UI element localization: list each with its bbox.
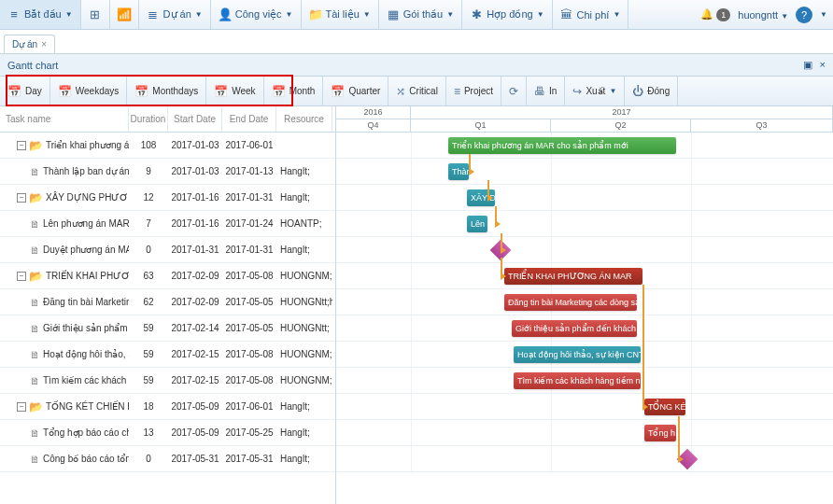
gantt-row: Hoạt động hôi thảo, sự kiện CNTT	[336, 342, 833, 368]
collapse-icon[interactable]: −	[17, 193, 26, 203]
document-tabs: Dự án×	[0, 30, 833, 54]
gantt-row: Giới thiệu sản phẩm đến khách hà	[336, 315, 833, 342]
table-row[interactable]: 🗎Tổng hợp báo cáo chiến dịch132017-05-09…	[0, 420, 335, 446]
doc-icon: 🗎	[30, 166, 40, 177]
gantt-bar[interactable]: Đăng tin bài Marketing các dòng sản	[504, 294, 637, 311]
table-row[interactable]: 🗎Hoạt động hôi thảo, sự kiện CNTT592017-…	[0, 342, 335, 368]
nav-item[interactable]: 📶	[110, 0, 139, 29]
start-menu[interactable]: ≡Bắt đầu▼	[0, 0, 81, 29]
doc-icon: 🗎	[30, 245, 40, 256]
table-row[interactable]: 🗎Công bố báo cáo tổng kết02017-05-312017…	[0, 446, 335, 472]
task-grid: Task name Duration Start Date End Date R…	[0, 106, 336, 504]
col-enddate: End Date	[222, 106, 276, 132]
close-icon[interactable]: ×	[41, 39, 47, 49]
nav-item[interactable]: ⊞	[81, 0, 110, 29]
table-row[interactable]: −📂TỔNG KÉT CHIẾN DỊCH182017-05-092017-06…	[0, 394, 335, 420]
table-row[interactable]: −📂XÂY DỰNG PHƯƠNG ÁN122017-01-162017-01-…	[0, 185, 335, 211]
toolbar-day[interactable]: 📅Day	[0, 77, 50, 105]
folder-icon: 📂	[29, 270, 43, 283]
gantt-bar[interactable]: Giới thiệu sản phẩm đến khách hà	[512, 320, 637, 337]
gantt-bar[interactable]: Tìm kiếm các khách hàng tiềm năn	[514, 372, 641, 389]
doc-icon: 🗎	[30, 375, 40, 386]
toolbar-in[interactable]: 🖶In	[527, 77, 565, 105]
nav-item[interactable]: 👤Công việc▼	[211, 0, 302, 29]
collapse-icon[interactable]: ▣	[803, 59, 812, 71]
quarter-header: Q1	[411, 119, 551, 132]
nav-item[interactable]: 📁Tài liệu▼	[302, 0, 379, 29]
gantt-bar[interactable]: Triển khai phương án MAR cho sản phẩm mớ…	[448, 137, 676, 154]
folder-icon: 📂	[29, 400, 43, 413]
notif-badge: 1	[716, 8, 730, 21]
gantt-bar[interactable]: Lên	[467, 216, 487, 232]
toolbar-icon: ⤮	[396, 85, 405, 98]
toolbar-critical[interactable]: ⤮Critical	[388, 77, 446, 105]
doc-icon: 🗎	[30, 349, 40, 360]
close-icon[interactable]: ×	[820, 59, 826, 71]
collapse-icon[interactable]: −	[17, 141, 26, 150]
year-header: 2016	[336, 106, 411, 119]
gantt-row: Triển khai phương án MAR cho sản phẩm mớ…	[336, 133, 833, 159]
notification-bell[interactable]: 🔔1	[700, 8, 730, 21]
nav-icon: ✱	[470, 8, 483, 21]
nav-item[interactable]: ▦Gói thầu▼	[379, 0, 462, 29]
gantt-toolbar: 📅Day📅Weekdays📅Monthdays📅Week📅Month📅Quart…	[0, 77, 833, 106]
table-row[interactable]: −📂Triển khai phương án MAR cho sản phẩm …	[0, 133, 335, 159]
doc-icon: 🗎	[30, 454, 40, 465]
toolbar-project[interactable]: ≡Project	[446, 77, 501, 105]
collapse-icon[interactable]: −	[17, 402, 26, 412]
table-row[interactable]: −📂TRIỂN KHAI PHƯƠNG ÁN632017-02-092017-0…	[0, 263, 335, 289]
col-startdate: Start Date	[168, 106, 222, 132]
caret-down-icon: ▼	[65, 10, 73, 19]
toolbar-icon: ↪	[572, 85, 582, 98]
table-row[interactable]: 🗎Giới thiệu sản phẩm đến khách hàng59201…	[0, 315, 335, 342]
table-row[interactable]: 🗎Thành lập ban dự án92017-01-032017-01-1…	[0, 159, 335, 185]
user-menu[interactable]: huongntt ▼	[738, 9, 788, 21]
gantt-row: Thành	[336, 159, 833, 185]
gantt-bar[interactable]: Thành	[448, 163, 469, 180]
gantt-chart[interactable]: 20162017 Q4Q1Q2Q3 Triển khai phương án M…	[336, 106, 833, 504]
help-button[interactable]: ?	[796, 7, 812, 23]
doc-icon: 🗎	[30, 427, 40, 439]
table-row[interactable]: 🗎Lên phương án MAR72017-01-162017-01-24H…	[0, 211, 335, 237]
toolbar-icon: 📅	[214, 85, 228, 98]
gantt-row: TỔNG KÉ	[336, 394, 833, 420]
collapse-icon[interactable]: −	[17, 272, 26, 281]
doc-icon: 🗎	[30, 323, 40, 334]
gantt-row: Tìm kiếm các khách hàng tiềm năn	[336, 368, 833, 394]
toolbar-icon: 📅	[7, 85, 21, 98]
gantt-row: TRIỂN KHAI PHƯƠNG ÁN MAR	[336, 263, 833, 289]
nav-icon: 👤	[219, 8, 232, 21]
col-resource: Resource	[276, 106, 332, 132]
gantt-bar[interactable]: TỔNG KÉ	[644, 399, 685, 415]
nav-item[interactable]: 🏛Chi phí▼	[553, 0, 629, 29]
toolbar-week[interactable]: 📅Week	[206, 77, 263, 105]
bell-icon: 🔔	[700, 8, 713, 21]
nav-icon: 🏛	[560, 8, 573, 21]
col-duration: Duration	[129, 106, 168, 132]
gantt-row	[336, 237, 833, 263]
toolbar-monthdays[interactable]: 📅Monthdays	[127, 77, 206, 105]
year-header: 2017	[411, 106, 833, 119]
gantt-bar[interactable]: Tổng h	[644, 425, 676, 441]
toolbar-month[interactable]: 📅Month	[264, 77, 324, 105]
gantt-bar[interactable]: TRIỂN KHAI PHƯƠNG ÁN MAR	[504, 268, 642, 285]
gantt-row: XÂY D	[336, 185, 833, 211]
doc-icon: 🗎	[30, 297, 40, 308]
table-row[interactable]: 🗎Đăng tin bài Marketing các dòng sản phẩ…	[0, 289, 335, 315]
toolbar-icon: 📅	[58, 85, 72, 98]
quarter-header: Q2	[551, 119, 691, 132]
toolbar-btn8[interactable]: ⟳	[501, 77, 527, 105]
toolbar-đóng[interactable]: ⏻Đóng	[625, 77, 678, 105]
table-row[interactable]: 🗎Duyệt phương án MAR02017-01-312017-01-3…	[0, 237, 335, 263]
quarter-header: Q3	[691, 119, 833, 132]
toolbar-xuất[interactable]: ↪Xuất ▼	[565, 77, 625, 105]
tab-duan[interactable]: Dự án×	[4, 35, 55, 53]
nav-item[interactable]: ≣Dự án▼	[139, 0, 211, 29]
table-row[interactable]: 🗎Tìm kiếm các khách hàng tiềm năng592017…	[0, 368, 335, 394]
gantt-row: Tổng h	[336, 420, 833, 446]
gantt-bar[interactable]: Hoạt động hôi thảo, sự kiện CNTT	[514, 346, 641, 363]
toolbar-icon: 📅	[331, 85, 345, 98]
nav-item[interactable]: ✱Hợp đồng▼	[462, 0, 552, 29]
toolbar-weekdays[interactable]: 📅Weekdays	[50, 77, 128, 105]
toolbar-quarter[interactable]: 📅Quarter	[323, 77, 388, 105]
